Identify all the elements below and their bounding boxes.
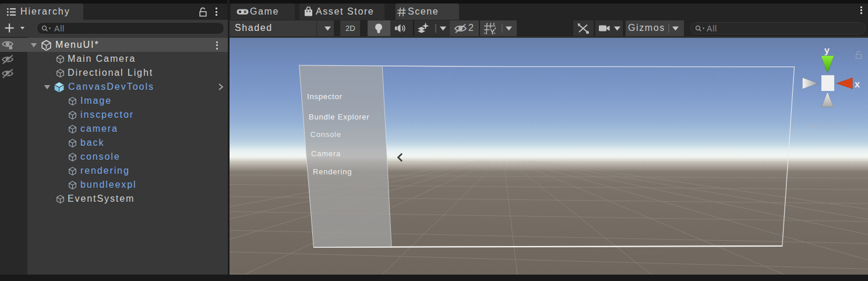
svg-text:Rendering: Rendering bbox=[313, 167, 352, 176]
svg-text:Camera: Camera bbox=[311, 149, 341, 158]
svg-text:Inspector: Inspector bbox=[307, 92, 343, 101]
svg-text:Y: Y bbox=[490, 27, 495, 36]
svg-text:Persp: Persp bbox=[819, 121, 845, 132]
svg-text:x: x bbox=[855, 79, 860, 89]
svg-text:y: y bbox=[824, 45, 830, 55]
svg-text:Console: Console bbox=[310, 130, 341, 139]
svg-text:Bundle Explorer: Bundle Explorer bbox=[309, 113, 370, 121]
